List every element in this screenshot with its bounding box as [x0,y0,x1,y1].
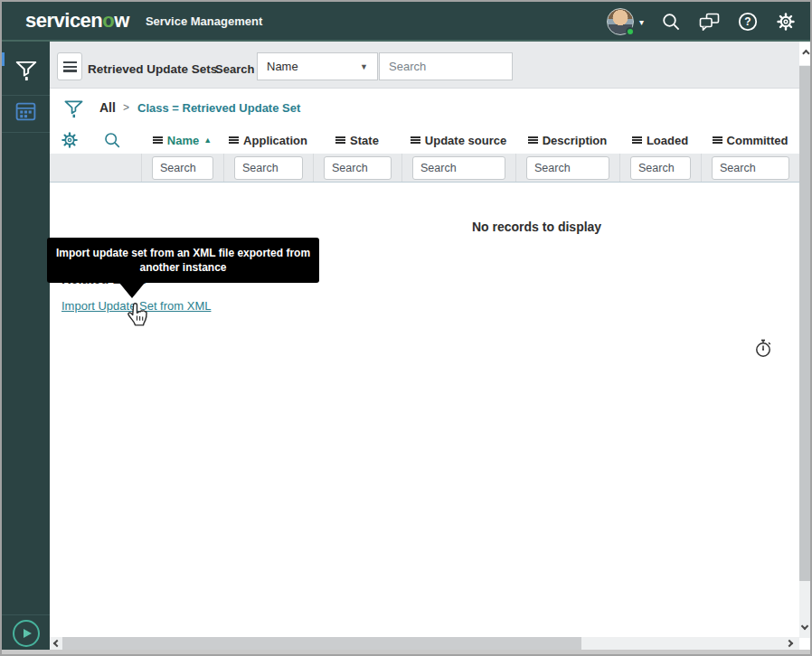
sidebar-divider [2,95,50,96]
cursor-pointer-icon [126,303,148,329]
breadcrumb-separator: > [123,101,129,114]
filter-cell-empty [50,154,141,182]
tooltip-line2: another instance [139,260,226,275]
filter-input-committed[interactable] [712,156,789,180]
list-personalize-gear-icon[interactable] [61,131,79,149]
sidebar-divider [2,132,50,133]
empty-state-message: No records to display [472,220,601,234]
column-label: Update source [425,134,506,147]
filter-input-name[interactable] [152,156,213,180]
chevron-down-icon: ▾ [639,17,644,27]
list-context-menu-button[interactable] [57,52,82,80]
horizontal-scrollbar[interactable] [50,637,799,650]
hamburger-icon [63,61,77,72]
scroll-right-arrow[interactable] [783,637,796,650]
column-menu-icon[interactable] [229,136,239,144]
filter-input-loaded[interactable] [630,156,691,180]
vertical-scrollbar[interactable] [799,42,810,650]
breadcrumb-all[interactable]: All [99,100,116,115]
tooltip: Import update set from an XML file expor… [47,238,319,283]
column-label: State [350,134,379,147]
search-column-select[interactable]: Name ▼ [257,52,378,80]
column-menu-icon[interactable] [713,136,722,144]
column-label: Name [167,134,199,147]
column-header-description[interactable]: Description [515,127,619,154]
column-header-update-source[interactable]: Update source [401,127,515,154]
filter-input-update-source[interactable] [412,156,505,180]
breadcrumb: All > Class = Retrieved Update Set [50,89,799,127]
breadcrumb-funnel-icon[interactable] [63,97,84,119]
column-menu-icon[interactable] [632,136,642,144]
response-time-stopwatch-icon [754,338,773,358]
sidebar-demo-player[interactable] [2,620,50,647]
logo-text-end: w [114,9,129,32]
search-column-value: Name [267,60,298,73]
sort-asc-icon: ▲ [203,136,212,145]
filter-input-description[interactable] [526,156,609,180]
column-label: Committed [727,134,788,147]
search-label: Search [215,62,254,76]
list-toolbar: Retrieved Update Sets Search Name ▼ [50,42,799,89]
tooltip-line1: Import update set from an XML file expor… [56,246,310,260]
presence-dot-icon [626,27,635,36]
horizontal-scrollbar-thumb[interactable] [62,637,581,650]
column-header-loaded[interactable]: Loaded [619,127,701,154]
product-name: Service Management [146,14,262,28]
column-menu-icon[interactable] [528,136,538,144]
servicenow-logo[interactable]: servicenow [25,11,129,31]
column-filter-row [50,154,799,183]
help-icon[interactable]: ? [738,12,758,32]
list-search-icon[interactable] [104,132,121,149]
top-header: servicenow Service Management ▾ [2,2,810,42]
scrollbar-corner [799,638,810,650]
column-header-application[interactable]: Application [223,127,313,154]
vertical-scrollbar-thumb[interactable] [799,66,810,581]
sidebar-divider [2,614,50,615]
left-sidebar [2,42,50,650]
column-header-committed[interactable]: Committed [701,127,799,154]
filter-funnel-icon [14,58,38,81]
calendar-grid-icon [14,101,37,123]
logo-green-o: o [102,9,114,32]
scroll-up-arrow[interactable] [799,42,810,65]
scroll-down-arrow[interactable] [799,614,810,638]
global-search-icon[interactable] [662,13,681,32]
svg-text:?: ? [744,15,751,28]
column-header-state[interactable]: State [313,127,401,154]
filter-input-application[interactable] [234,156,303,180]
list-content: No records to display Related Links Impo… [50,183,799,637]
column-menu-icon[interactable] [335,136,345,144]
list-header-row: Name ▲ Application State Update source D… [50,127,799,154]
chat-icon[interactable] [699,13,720,32]
tooltip-arrow [119,283,145,298]
list-title: Retrieved Update Sets [88,62,217,76]
column-header-name[interactable]: Name ▲ [141,127,223,154]
column-label: Application [243,134,307,147]
user-menu[interactable]: ▾ [607,8,644,35]
sidebar-filter-navigator[interactable] [2,58,50,81]
settings-gear-icon[interactable] [776,12,796,32]
window-bottom-edge [2,650,810,654]
toolbar-search-input[interactable] [379,52,513,80]
column-menu-icon[interactable] [411,136,420,144]
column-menu-icon[interactable] [153,136,163,144]
breadcrumb-condition[interactable]: Class = Retrieved Update Set [137,101,300,115]
logo-text: servicen [25,9,102,32]
dropdown-caret-icon: ▼ [360,62,368,71]
avatar[interactable] [607,8,634,35]
scroll-left-arrow[interactable] [51,637,62,650]
main-panel: Retrieved Update Sets Search Name ▼ All … [50,42,799,650]
column-label: Description [543,134,608,147]
sidebar-tables-item[interactable] [2,101,50,123]
filter-input-state[interactable] [324,156,392,180]
play-icon[interactable] [13,620,40,647]
column-label: Loaded [647,134,688,147]
app-window: servicenow Service Management ▾ [0,0,812,656]
